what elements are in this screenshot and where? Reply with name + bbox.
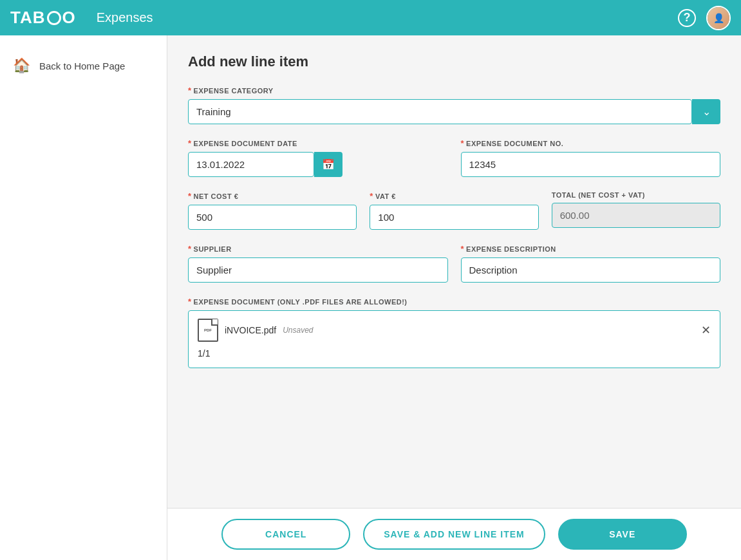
- expense-date-input[interactable]: [188, 152, 314, 177]
- expense-desc-input[interactable]: [461, 257, 721, 283]
- doc-upload-group: * EXPENSE DOCUMENT (ONLY .PDF FILES ARE …: [188, 297, 720, 368]
- expense-docno-group: * EXPENSE DOCUMENT NO.: [461, 138, 721, 177]
- total-col: TOTAL (NET COST + VAT): [552, 191, 720, 244]
- expense-docno-col: * EXPENSE DOCUMENT NO.: [461, 138, 721, 191]
- page-title: Add new line item: [188, 53, 720, 70]
- supplier-desc-row: * SUPPLIER * EXPENSE DESCRIPTION: [188, 244, 720, 297]
- expense-date-wrapper: 📅: [188, 152, 342, 177]
- home-icon: 🏠: [13, 57, 30, 74]
- expense-date-label: * EXPENSE DOCUMENT DATE: [188, 138, 448, 148]
- app-title: Expenses: [97, 10, 153, 25]
- supplier-input[interactable]: [188, 257, 448, 283]
- supplier-group: * SUPPLIER: [188, 244, 448, 283]
- app-header: TABO Expenses ? 👤: [0, 0, 741, 35]
- expense-date-col: * EXPENSE DOCUMENT DATE 📅: [188, 138, 448, 191]
- date-docno-row: * EXPENSE DOCUMENT DATE 📅 * EXPENSE: [188, 138, 720, 191]
- form-area: Add new line item * EXPENSE CATEGORY ⌄: [167, 35, 741, 508]
- header-right: ? 👤: [678, 6, 731, 30]
- costs-row: * NET COST € * VAT €: [188, 191, 720, 244]
- total-input: [552, 203, 720, 228]
- net-cost-input[interactable]: [188, 205, 357, 230]
- expense-docno-label: * EXPENSE DOCUMENT NO.: [461, 138, 721, 148]
- avatar[interactable]: 👤: [706, 6, 731, 30]
- expense-date-group: * EXPENSE DOCUMENT DATE 📅: [188, 138, 448, 177]
- expense-desc-group: * EXPENSE DESCRIPTION: [461, 244, 721, 283]
- expense-category-group: * EXPENSE CATEGORY ⌄: [188, 86, 720, 124]
- footer-buttons: CANCEL SAVE & ADD NEW LINE ITEM SAVE: [167, 508, 741, 560]
- vat-label: * VAT €: [370, 191, 538, 201]
- net-cost-group: * NET COST €: [188, 191, 357, 230]
- help-button[interactable]: ?: [678, 9, 696, 27]
- upload-file-row: PDF iNVOICE.pdf Unsaved ✕: [198, 319, 711, 342]
- back-to-home-label: Back to Home Page: [39, 61, 125, 71]
- avatar-initials: 👤: [708, 7, 729, 29]
- expense-category-input[interactable]: [188, 99, 692, 124]
- sidebar-item-home[interactable]: 🏠 Back to Home Page: [0, 48, 167, 83]
- logo-circle-icon: [47, 11, 61, 25]
- cancel-button[interactable]: CANCEL: [221, 519, 350, 550]
- vat-col: * VAT €: [370, 191, 538, 244]
- file-pages: 1/1: [198, 348, 711, 359]
- unsaved-badge: Unsaved: [283, 326, 313, 335]
- net-cost-label: * NET COST €: [188, 191, 357, 201]
- total-group: TOTAL (NET COST + VAT): [552, 191, 720, 228]
- supplier-col: * SUPPLIER: [188, 244, 448, 297]
- close-file-button[interactable]: ✕: [701, 323, 711, 337]
- main-layout: 🏠 Back to Home Page Add new line item * …: [0, 35, 741, 560]
- calendar-icon-button[interactable]: 📅: [314, 152, 342, 177]
- upload-area[interactable]: PDF iNVOICE.pdf Unsaved ✕ 1/1: [188, 310, 720, 368]
- expense-category-label: * EXPENSE CATEGORY: [188, 86, 720, 95]
- sidebar: 🏠 Back to Home Page: [0, 35, 167, 560]
- save-button[interactable]: SAVE: [558, 519, 687, 550]
- total-label: TOTAL (NET COST + VAT): [552, 191, 720, 199]
- supplier-label: * SUPPLIER: [188, 244, 448, 254]
- header-left: TABO Expenses: [10, 8, 153, 28]
- doc-upload-label: * EXPENSE DOCUMENT (ONLY .PDF FILES ARE …: [188, 297, 720, 306]
- vat-input[interactable]: [370, 205, 538, 230]
- logo: TABO: [10, 8, 76, 28]
- pdf-icon: PDF: [198, 319, 218, 342]
- net-cost-col: * NET COST €: [188, 191, 357, 244]
- expense-category-select-wrapper: ⌄: [188, 99, 720, 124]
- expense-category-dropdown-btn[interactable]: ⌄: [692, 99, 720, 124]
- file-name: iNVOICE.pdf: [225, 325, 276, 335]
- save-add-button[interactable]: SAVE & ADD NEW LINE ITEM: [363, 519, 545, 550]
- expense-desc-col: * EXPENSE DESCRIPTION: [461, 244, 721, 297]
- upload-file-info: PDF iNVOICE.pdf Unsaved: [198, 319, 314, 342]
- expense-desc-label: * EXPENSE DESCRIPTION: [461, 244, 721, 254]
- vat-group: * VAT €: [370, 191, 538, 230]
- expense-docno-input[interactable]: [461, 152, 721, 177]
- content-area: Add new line item * EXPENSE CATEGORY ⌄: [167, 35, 741, 560]
